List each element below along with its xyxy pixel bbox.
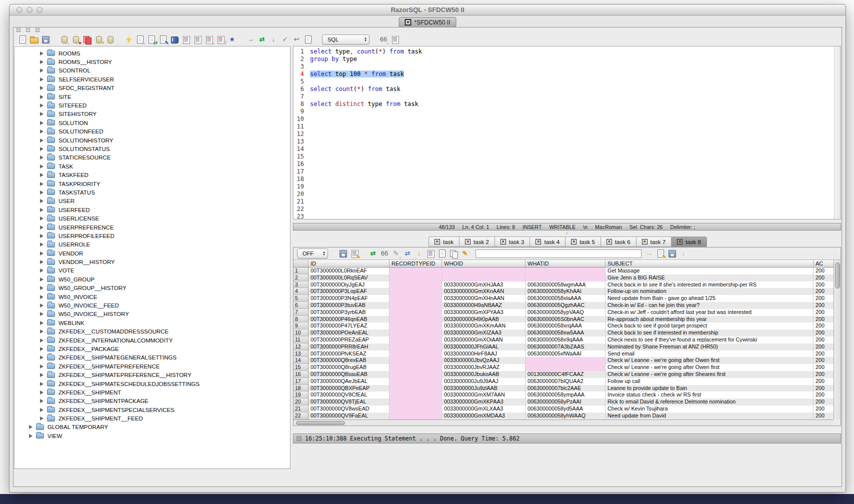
cell-whoid[interactable]: 0033000000H9i0pAAB: [442, 316, 526, 323]
row-number[interactable]: 10: [294, 330, 308, 336]
tab-close-icon[interactable]: ×: [571, 239, 576, 244]
disclosure-triangle-icon[interactable]: [40, 52, 44, 56]
code-line-4[interactable]: select top 100 * from task: [310, 70, 834, 78]
cell-whoid[interactable]: 0033000000GmXIZAA3: [442, 330, 526, 336]
cell-id[interactable]: 00T3000000P3LopEAF: [308, 288, 390, 295]
save-icon[interactable]: [41, 35, 50, 44]
disclosure-triangle-icon[interactable]: [40, 95, 44, 99]
cell-id[interactable]: 00T3000000P47LYEAZ: [308, 322, 390, 330]
result-tab-task-2[interactable]: ×task 2: [459, 236, 494, 247]
cell-subject[interactable]: Check w/ Leanne - we're going after Shea…: [606, 371, 814, 378]
tab-close-icon[interactable]: ×: [536, 239, 541, 244]
disclosure-triangle-icon[interactable]: [40, 216, 44, 220]
results-horizontal-scrollbar[interactable]: [294, 420, 834, 426]
cell-whatid[interactable]: 00630000007A3bZAAS: [526, 344, 606, 350]
cell-recordtypeid[interactable]: [390, 385, 442, 392]
cell-id[interactable]: 00T3000000Q8sauEAB: [308, 371, 390, 378]
cell-recordtypeid[interactable]: [390, 371, 442, 378]
table-row[interactable]: 1300T3000000PfvKSEAZ0033000000HirF8AAJ00…: [294, 350, 834, 358]
cell-id[interactable]: 00T3000000QV8wsEAD: [308, 406, 390, 412]
cell-subject[interactable]: Give Jenn a BIG RAISE: [606, 274, 814, 282]
tree-item-w50_invoice__history[interactable]: W50_INVOICE__HISTORY: [14, 310, 290, 318]
row-number[interactable]: 17: [294, 378, 308, 385]
cell-whoid[interactable]: 0033000000GmXPYAA3: [442, 309, 526, 316]
cell-whatid[interactable]: 006300000058x9qAAA: [526, 336, 606, 344]
disclosure-triangle-icon[interactable]: [40, 173, 44, 177]
cell-whoid[interactable]: 0033000000JbvQzAAJ: [442, 357, 526, 364]
cell-whatid[interactable]: 006300000058xw5AAA: [526, 330, 606, 336]
disclosure-triangle-icon[interactable]: [40, 104, 44, 108]
disconnect-icon[interactable]: ●: [71, 35, 80, 44]
row-number[interactable]: 4: [294, 288, 308, 295]
tree-item-taskfeed[interactable]: TASKFEED: [14, 170, 290, 179]
cell-ac[interactable]: 200: [814, 392, 834, 398]
cell-whatid[interactable]: 00630000005QgzhAAC: [526, 302, 606, 309]
cell-whatid[interactable]: 00630000005xfWaAAI: [526, 350, 606, 358]
cell-whoid[interactable]: 0033000000HirF8AAJ: [442, 350, 526, 358]
cell-subject[interactable]: Need update from Bain - gave go ahead 1/…: [606, 295, 814, 302]
row-number[interactable]: 9: [294, 322, 308, 330]
column-header-WHATID[interactable]: WHATID: [526, 260, 606, 267]
column-header-SUBJECT[interactable]: SUBJECT: [606, 260, 814, 267]
tree-item-zkfedex__package[interactable]: ZKFEDEX__PACKAGE: [14, 344, 290, 353]
cell-whoid[interactable]: 0033000000GmXLXAA3: [442, 406, 526, 412]
disclosure-triangle-icon[interactable]: [40, 304, 44, 308]
tree-item-vendor__history[interactable]: VENDOR__HISTORY: [14, 258, 290, 266]
execute-lightning-icon[interactable]: [124, 35, 133, 44]
cell-subject[interactable]: Need update from David: [606, 412, 814, 420]
tree-item-zkfedex__shipmatescheduledjobssettings[interactable]: ZKFEDEX__SHIPMATESCHEDULEDJOBSSETTINGS: [14, 380, 290, 388]
cell-ac[interactable]: 200: [814, 398, 834, 406]
cell-whoid[interactable]: 0033000000Ju9J9AAJ: [442, 378, 526, 385]
database-object-tree[interactable]: ROOMSROOMS__HISTORYSCONTROLSELFSERVICEUS…: [14, 46, 290, 469]
cell-recordtypeid[interactable]: [390, 316, 442, 323]
cell-ac[interactable]: 200: [814, 302, 834, 309]
cell-subject[interactable]: Check back to see if interested in membe…: [606, 330, 814, 336]
tab-close-icon[interactable]: ×: [465, 239, 470, 244]
disclosure-triangle-icon[interactable]: [40, 321, 44, 325]
disclosure-triangle-icon[interactable]: [40, 234, 44, 238]
results-vertical-scrollbar[interactable]: [834, 260, 840, 420]
cell-ac[interactable]: 200: [814, 344, 834, 350]
connect-icon[interactable]: →: [60, 35, 68, 44]
execute-fetch-icon[interactable]: ↓: [269, 35, 278, 44]
disclosure-triangle-icon[interactable]: [40, 382, 44, 386]
row-limit-select[interactable]: OFF ▲▼: [297, 248, 328, 258]
tree-item-sitefeed[interactable]: SITEFEED: [14, 101, 290, 110]
cell-ac[interactable]: 200: [814, 274, 834, 282]
tree-item-vote[interactable]: VOTE: [14, 266, 290, 275]
cell-recordtypeid[interactable]: [390, 336, 442, 344]
cell-id[interactable]: 00T3000000P3tuvEAB: [308, 302, 390, 309]
cell-ac[interactable]: 200: [814, 378, 834, 385]
table-row[interactable]: 2000T3000000QV8TjEAL0033000000GmXKPAA300…: [294, 398, 834, 406]
tree-item-sfdc_registrant[interactable]: SFDC_REGISTRANT: [14, 84, 290, 92]
cell-whatid[interactable]: 006300000058wgmAAA: [526, 282, 606, 288]
cell-recordtypeid[interactable]: [390, 398, 442, 406]
cell-id[interactable]: 00T3000000QAeJbEAL: [308, 378, 390, 385]
stop-icon[interactable]: [296, 436, 302, 441]
code-line-3[interactable]: [310, 63, 834, 70]
table-row[interactable]: 200T3000000L0RqSEAVGive Jenn a BIG RAISE…: [294, 274, 834, 282]
disclosure-triangle-icon[interactable]: [40, 312, 44, 316]
cell-whatid[interactable]: 00630000005S0bnAAC: [526, 316, 606, 323]
cell-subject[interactable]: Check-in w/ Ed - can he join this year?: [606, 302, 814, 309]
tree-item-user[interactable]: USER: [14, 197, 290, 206]
horizontal-scroll-thumb[interactable]: [296, 421, 345, 425]
tree-item-zkfedex__shipmatepreference[interactable]: ZKFEDEX__SHIPMATEPREFERENCE: [14, 362, 290, 370]
cell-whatid[interactable]: 006300000058ypVAAQ: [526, 309, 606, 316]
refresh-results-icon[interactable]: ⇄: [368, 249, 378, 258]
result-tab-task-5[interactable]: ×task 5: [565, 236, 600, 247]
cell-ac[interactable]: 200: [814, 322, 834, 330]
cell-subject[interactable]: Re-approach about membership this year: [606, 316, 814, 323]
cell-whoid[interactable]: 0033000000GmXKnAAN: [442, 288, 526, 295]
row-number[interactable]: 19: [294, 392, 308, 398]
table-row[interactable]: 400T3000000P3LopEAF0033000000GmXKnAAN006…: [294, 288, 834, 295]
row-number[interactable]: 13: [294, 350, 308, 358]
tree-item-scontrol[interactable]: SCONTROL: [14, 66, 290, 75]
disclosure-triangle-icon[interactable]: [40, 338, 44, 342]
result-tab-task-4[interactable]: ×task 4: [530, 236, 565, 247]
close-window-button[interactable]: [16, 7, 22, 13]
tree-item-selfserviceuser[interactable]: SELFSERVICEUSER: [14, 75, 290, 84]
new-connection-icon[interactable]: +: [94, 35, 103, 44]
code-line-8[interactable]: select distinct type from task: [310, 100, 834, 108]
cell-whoid[interactable]: 0033000000GmXHJAA3: [442, 282, 526, 288]
